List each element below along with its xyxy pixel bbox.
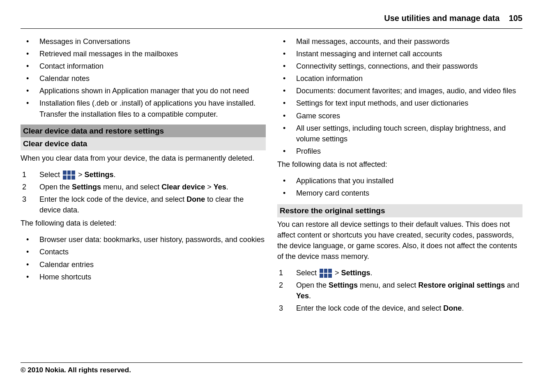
steps-list: Select > Settings. Open the Settings men… bbox=[21, 169, 266, 215]
page-number: 105 bbox=[509, 14, 522, 23]
list-item: Mail messages, accounts, and their passw… bbox=[277, 36, 522, 47]
step-bold: Settings bbox=[329, 281, 358, 289]
list-item: Documents: document favorites; and image… bbox=[277, 85, 522, 96]
step-bold: Settings bbox=[85, 171, 114, 179]
step-bold: Yes bbox=[214, 183, 226, 191]
list-item: Contacts bbox=[21, 247, 266, 257]
list-item: Contact information bbox=[21, 61, 266, 71]
steps-list: Select > Settings. Open the Settings men… bbox=[277, 267, 522, 314]
step-text: > bbox=[78, 171, 85, 179]
list-item: Location information bbox=[277, 73, 522, 84]
list-item: Messages in Conversations bbox=[21, 36, 266, 47]
section-title: Use utilities and manage data bbox=[384, 14, 499, 23]
bullet-list: Mail messages, accounts, and their passw… bbox=[277, 36, 522, 157]
list-item: Memory card contents bbox=[277, 188, 522, 198]
list-item: Profiles bbox=[277, 146, 522, 157]
bullet-list: Applications that you installed Memory c… bbox=[277, 175, 522, 198]
list-item: Applications shown in Application manage… bbox=[21, 85, 266, 96]
step-item: Enter the lock code of the device, and s… bbox=[277, 303, 522, 314]
step-item: Open the Settings menu, and select Resto… bbox=[277, 280, 522, 301]
step-bold: Done bbox=[443, 304, 462, 312]
step-text: . bbox=[462, 304, 464, 312]
heading-clear-data: Clear device data bbox=[21, 137, 266, 150]
list-item: Browser user data: bookmarks, user histo… bbox=[21, 234, 266, 245]
not-affected-intro: The following data is not affected: bbox=[277, 159, 522, 170]
heading-restore: Restore the original settings bbox=[277, 204, 522, 217]
bullet-list: Messages in Conversations Retrieved mail… bbox=[21, 36, 266, 120]
step-bold: Settings bbox=[341, 269, 370, 277]
list-item: Retrieved mail messages in the mailboxes bbox=[21, 48, 266, 59]
app-grid-icon bbox=[320, 269, 332, 278]
deleted-intro: The following data is deleted: bbox=[21, 218, 266, 228]
list-item: Instant messaging and internet call acco… bbox=[277, 48, 522, 59]
list-item: Calendar notes bbox=[21, 73, 266, 84]
step-bold: Restore original settings bbox=[418, 281, 505, 289]
left-column: Messages in Conversations Retrieved mail… bbox=[21, 36, 266, 316]
step-bold: Clear device bbox=[161, 183, 205, 191]
bullet-list: Browser user data: bookmarks, user histo… bbox=[21, 234, 266, 282]
step-text: . bbox=[226, 183, 228, 191]
step-text: . bbox=[114, 171, 116, 179]
right-column: Mail messages, accounts, and their passw… bbox=[277, 36, 522, 316]
step-bold: Done bbox=[186, 195, 205, 203]
step-text: Open the bbox=[39, 183, 72, 191]
step-text: Select bbox=[296, 269, 319, 277]
list-item: Calendar entries bbox=[21, 259, 266, 270]
step-text: Enter the lock code of the device, and s… bbox=[296, 304, 443, 312]
step-bold: Yes bbox=[296, 292, 309, 300]
step-text: and bbox=[505, 281, 519, 289]
app-grid-icon bbox=[63, 171, 75, 180]
step-item: Open the Settings menu, and select Clear… bbox=[21, 182, 266, 192]
step-text: menu, and select bbox=[358, 281, 418, 289]
step-text: > bbox=[335, 269, 341, 277]
step-text: Enter the lock code of the device, and s… bbox=[39, 195, 186, 203]
step-text: . bbox=[370, 269, 373, 277]
footer-copyright: © 2010 Nokia. All rights reserved. bbox=[21, 362, 522, 376]
restore-intro: You can restore all device settings to t… bbox=[277, 219, 522, 262]
step-text: Select bbox=[39, 171, 62, 179]
list-item: Home shortcuts bbox=[21, 272, 266, 282]
list-item: Settings for text input methods, and use… bbox=[277, 98, 522, 108]
step-text: Open the bbox=[296, 281, 329, 289]
heading-clear-restore: Clear device data and restore settings bbox=[21, 125, 266, 138]
list-item: Game scores bbox=[277, 111, 522, 121]
list-item: Installation files (.deb or .install) of… bbox=[21, 98, 266, 119]
step-text: > bbox=[205, 183, 214, 191]
page-header: Use utilities and manage data 105 bbox=[21, 12, 522, 29]
step-item: Select > Settings. bbox=[21, 169, 266, 180]
clear-intro: When you clear data from your device, th… bbox=[21, 153, 266, 164]
step-text: . bbox=[309, 292, 311, 300]
list-item: Applications that you installed bbox=[277, 175, 522, 186]
list-item: Connectivity settings, connections, and … bbox=[277, 61, 522, 71]
step-text: menu, and select bbox=[101, 183, 161, 191]
list-item: All user settings, including touch scree… bbox=[277, 123, 522, 144]
step-bold: Settings bbox=[72, 183, 101, 191]
step-item: Enter the lock code of the device, and s… bbox=[21, 194, 266, 215]
step-item: Select > Settings. bbox=[277, 267, 522, 278]
